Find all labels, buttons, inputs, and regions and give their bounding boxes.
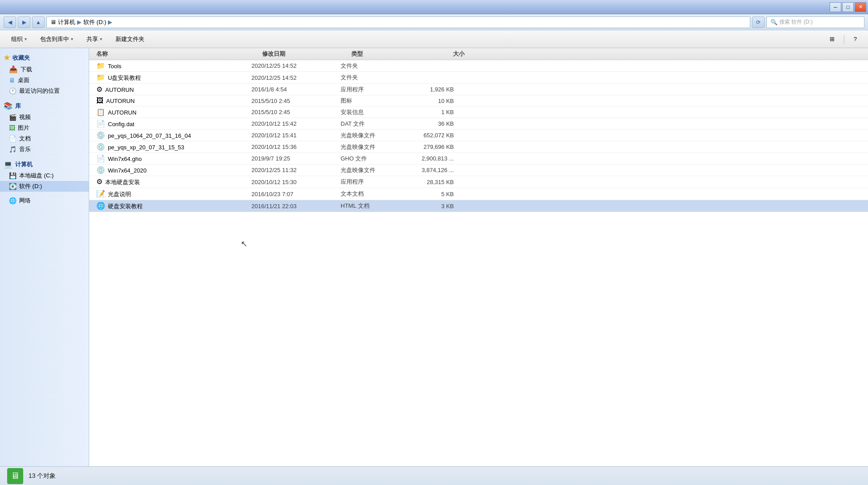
- image-icon: 🖼: [9, 124, 15, 132]
- drive-d-label: 软件 (D:): [19, 182, 42, 190]
- file-size-cell: 3,874,126 ...: [407, 167, 461, 173]
- newfolder-label: 新建文件夹: [115, 35, 144, 43]
- breadcrumb-sep1: ▶: [77, 19, 82, 25]
- table-row[interactable]: 💿pe_yqs_xp_20_07_31_15_53 2020/10/12 15:…: [89, 141, 868, 153]
- column-size[interactable]: 大小: [418, 50, 472, 58]
- table-row[interactable]: 📝光盘说明 2016/10/23 7:07 文本文档 5 KB: [89, 188, 868, 200]
- breadcrumb-icon: 🖥: [50, 19, 56, 25]
- sidebar-favorites-header[interactable]: ★ 收藏夹: [0, 52, 89, 64]
- sidebar-item-network[interactable]: 🌐 网络: [0, 195, 89, 206]
- table-row[interactable]: 🖼AUTORUN 2015/5/10 2:45 图标 10 KB: [89, 95, 868, 107]
- star-icon: ★: [4, 53, 10, 62]
- file-type-cell: 文件夹: [341, 74, 407, 82]
- file-name-cell: 🌐硬盘安装教程: [93, 201, 251, 210]
- music-icon: 🎵: [9, 146, 16, 153]
- pack-chevron: ▾: [71, 37, 73, 41]
- file-type-icon: 📁: [96, 62, 105, 70]
- sidebar-item-drive-c[interactable]: 💾 本地磁盘 (C:): [0, 170, 89, 181]
- table-row[interactable]: 🌐硬盘安装教程 2016/11/21 22:03 HTML 文档 3 KB: [89, 200, 868, 212]
- search-bar[interactable]: 🔍 搜索 软件 (D:): [766, 16, 864, 28]
- file-size-cell: 652,072 KB: [407, 132, 461, 139]
- computer-icon: 💻: [4, 160, 12, 169]
- file-date-cell: 2020/12/25 11:32: [251, 167, 341, 173]
- maximize-button[interactable]: □: [842, 2, 854, 12]
- table-row[interactable]: 📄Win7x64.gho 2019/9/7 19:25 GHO 文件 2,900…: [89, 153, 868, 164]
- file-date-cell: 2016/10/23 7:07: [251, 191, 341, 197]
- file-type-cell: HTML 文档: [341, 202, 407, 210]
- toolbar: 组织 ▾ 包含到库中 ▾ 共享 ▾ 新建文件夹 ⊞ ?: [0, 30, 868, 48]
- sidebar: ★ 收藏夹 📥 下载 🖥 桌面 🕐 最近访问的位置 📚 库: [0, 48, 89, 466]
- file-size-cell: 1,926 KB: [407, 86, 461, 93]
- network-label: 网络: [19, 197, 31, 205]
- sidebar-section-library: 📚 库 🎬 视频 🖼 图片 📄 文档 🎵 音乐: [0, 100, 89, 155]
- pack-button[interactable]: 包含到库中 ▾: [34, 33, 79, 46]
- column-type[interactable]: 类型: [351, 50, 418, 58]
- organize-button[interactable]: 组织 ▾: [5, 33, 33, 46]
- search-placeholder: 搜索 软件 (D:): [779, 18, 813, 26]
- file-date-cell: 2020/10/12 15:36: [251, 144, 341, 150]
- organize-chevron: ▾: [25, 37, 27, 41]
- table-row[interactable]: ⚙AUTORUN 2016/1/8 4:54 应用程序 1,926 KB: [89, 84, 868, 95]
- sidebar-computer-header[interactable]: 💻 计算机: [0, 158, 89, 170]
- file-type-icon: 🖼: [96, 97, 103, 104]
- share-button[interactable]: 共享 ▾: [81, 33, 108, 46]
- drive-c-icon: 💾: [9, 172, 16, 179]
- drive-c-label: 本地磁盘 (C:): [19, 172, 53, 180]
- recent-label: 最近访问的位置: [19, 87, 60, 95]
- file-name-cell: ⚙AUTORUN: [93, 85, 251, 94]
- sidebar-item-recent[interactable]: 🕐 最近访问的位置: [0, 86, 89, 96]
- file-list-header: 名称 修改日期 类型 大小: [89, 48, 868, 60]
- file-type-cell: 应用程序: [341, 178, 407, 186]
- file-size-cell: 28,315 KB: [407, 179, 461, 185]
- sidebar-item-desktop[interactable]: 🖥 桌面: [0, 75, 89, 86]
- main-area: ★ 收藏夹 📥 下载 🖥 桌面 🕐 最近访问的位置 📚 库: [0, 48, 868, 466]
- refresh-button[interactable]: ⟳: [752, 16, 765, 28]
- sidebar-item-doc[interactable]: 📄 文档: [0, 133, 89, 144]
- sidebar-item-drive-d[interactable]: 💽 软件 (D:): [0, 181, 89, 192]
- file-type-icon: 💿: [96, 166, 105, 174]
- help-button[interactable]: ?: [848, 33, 863, 46]
- view-button[interactable]: ⊞: [824, 33, 840, 46]
- table-row[interactable]: 💿pe_yqs_1064_20_07_31_16_04 2020/10/12 1…: [89, 130, 868, 141]
- table-row[interactable]: 📋AUTORUN 2015/5/10 2:45 安装信息 1 KB: [89, 107, 868, 118]
- table-row[interactable]: 📄Config.dat 2020/10/12 15:42 DAT 文件 36 K…: [89, 118, 868, 130]
- sidebar-item-image[interactable]: 🖼 图片: [0, 123, 89, 133]
- breadcrumb-drive[interactable]: 软件 (D:): [83, 18, 106, 26]
- breadcrumb-computer[interactable]: 计算机: [58, 18, 75, 26]
- desktop-icon: 🖥: [9, 77, 15, 84]
- newfolder-button[interactable]: 新建文件夹: [110, 33, 150, 46]
- up-button[interactable]: ▲: [32, 16, 45, 28]
- column-name[interactable]: 名称: [93, 50, 262, 58]
- sidebar-item-download[interactable]: 📥 下载: [0, 64, 89, 75]
- share-label: 共享: [86, 35, 98, 43]
- pack-label: 包含到库中: [40, 35, 69, 43]
- table-row[interactable]: 📁U盘安装教程 2020/12/25 14:52 文件夹: [89, 72, 868, 84]
- video-label: 视频: [19, 113, 31, 121]
- forward-button[interactable]: ▶: [18, 16, 30, 28]
- file-type-cell: DAT 文件: [341, 120, 407, 128]
- table-row[interactable]: ⚙本地硬盘安装 2020/10/12 15:30 应用程序 28,315 KB: [89, 176, 868, 188]
- table-row[interactable]: 💿Win7x64_2020 2020/12/25 11:32 光盘映像文件 3,…: [89, 164, 868, 176]
- table-row[interactable]: 📁Tools 2020/12/25 14:52 文件夹: [89, 60, 868, 72]
- file-type-cell: 安装信息: [341, 108, 407, 116]
- column-date[interactable]: 修改日期: [262, 50, 351, 58]
- file-type-cell: GHO 文件: [341, 155, 407, 163]
- folder-icon: 📥: [9, 65, 18, 74]
- back-button[interactable]: ◀: [4, 16, 16, 28]
- file-size-cell: 2,900,813 ...: [407, 155, 461, 162]
- minimize-button[interactable]: ─: [830, 2, 841, 12]
- file-date-cell: 2020/10/12 15:30: [251, 179, 341, 185]
- file-list: 名称 修改日期 类型 大小 📁Tools 2020/12/25 14:52 文件…: [89, 48, 868, 466]
- file-type-icon: 💿: [96, 143, 105, 151]
- breadcrumb[interactable]: 🖥 计算机 ▶ 软件 (D:) ▶: [46, 16, 750, 28]
- sidebar-item-video[interactable]: 🎬 视频: [0, 112, 89, 123]
- titlebar: ─ □ ✕: [0, 0, 868, 14]
- file-name-cell: 💿pe_yqs_1064_20_07_31_16_04: [93, 131, 251, 140]
- sidebar-item-music[interactable]: 🎵 音乐: [0, 144, 89, 155]
- search-icon: 🔍: [770, 19, 777, 25]
- sidebar-section-computer: 💻 计算机 💾 本地磁盘 (C:) 💽 软件 (D:): [0, 158, 89, 192]
- close-button[interactable]: ✕: [855, 2, 866, 12]
- file-date-cell: 2016/11/21 22:03: [251, 203, 341, 210]
- sidebar-library-header[interactable]: 📚 库: [0, 100, 89, 112]
- file-type-icon: 📋: [96, 108, 105, 116]
